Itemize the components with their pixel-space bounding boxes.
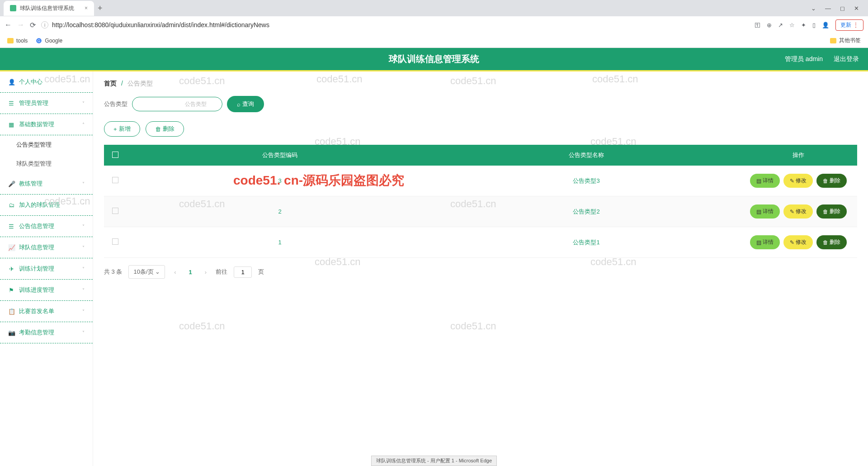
delete-button[interactable]: 🗑删除: [146, 121, 184, 137]
edit-button[interactable]: ✎修改: [783, 235, 813, 249]
table-row: 2 公告类型2 ▤详情 ✎修改 🗑删除: [104, 196, 857, 227]
forward-button[interactable]: →: [17, 21, 24, 29]
chevron-icon: ˅: [82, 101, 85, 106]
table-row: 1 公告类型1 ▤详情 ✎修改 🗑删除: [104, 227, 857, 258]
sidebar-subitem[interactable]: 球队类型管理: [0, 154, 93, 173]
svg-text:G: G: [38, 38, 40, 43]
bookmark-google[interactable]: GGoogle: [36, 38, 62, 44]
main-content: 首页 / 公告类型 公告类型 ⌕查询 +新增 🗑删除 公告类型编码公告类型名称操…: [93, 71, 868, 466]
sidebar-item[interactable]: 📋比赛首发名单˅: [0, 301, 93, 322]
star-icon[interactable]: ☆: [789, 22, 795, 29]
goto-input[interactable]: [234, 266, 252, 278]
table-header: 公告类型编码: [127, 145, 433, 166]
maximize-icon[interactable]: ◻: [840, 5, 845, 12]
share-icon[interactable]: ↗: [778, 22, 783, 29]
cell-name: 公告类型3: [433, 166, 740, 196]
folder-icon: [830, 38, 836, 43]
chevron-icon: ˅: [82, 245, 85, 250]
pencil-icon: ✎: [790, 178, 794, 184]
chevron-icon: ˅: [82, 266, 85, 271]
detail-button[interactable]: ▤详情: [750, 174, 780, 188]
info-icon[interactable]: i: [41, 21, 48, 29]
sidebar-item[interactable]: ☰公告信息管理˅: [0, 216, 93, 237]
detail-button[interactable]: ▤详情: [750, 235, 780, 249]
sidebar-item[interactable]: 🎤教练管理˅: [0, 173, 93, 195]
menu-icon: 📷: [8, 329, 14, 336]
checkbox-all[interactable]: [112, 152, 118, 158]
menu-icon: 🎤: [8, 181, 14, 187]
row-delete-button[interactable]: 🗑删除: [816, 204, 847, 219]
bookmarks-bar: tools GGoogle 其他书签: [0, 33, 868, 48]
trash-icon: 🗑: [823, 239, 828, 246]
row-checkbox[interactable]: [112, 208, 118, 214]
sidebar-subitem[interactable]: 公告类型管理: [0, 135, 93, 154]
detail-button[interactable]: ▤详情: [750, 204, 780, 219]
row-delete-button[interactable]: 🗑删除: [816, 235, 847, 249]
minimize-icon[interactable]: —: [825, 5, 831, 12]
other-bookmarks[interactable]: 其他书签: [830, 37, 861, 44]
browser-tab[interactable]: 球队训练信息管理系统 ×: [4, 1, 94, 16]
sidebar-item[interactable]: 👤个人中心˅: [0, 71, 93, 93]
doc-icon: ▤: [756, 239, 761, 246]
row-checkbox[interactable]: [112, 177, 118, 183]
update-button[interactable]: 更新 ⋮: [835, 19, 863, 31]
breadcrumb-home[interactable]: 首页: [104, 80, 117, 87]
new-tab-button[interactable]: +: [98, 4, 103, 13]
url-field[interactable]: i http://localhost:8080/qiuduixunlianxin…: [41, 21, 749, 29]
profile-icon[interactable]: 👤: [822, 22, 829, 29]
zoom-icon[interactable]: ⊕: [767, 22, 772, 29]
sidebar-item[interactable]: ▦基础数据管理˄: [0, 114, 93, 135]
url-text: http://localhost:8080/qiuduixunlianxinxi…: [52, 21, 269, 29]
menu-icon: ⚑: [8, 287, 14, 294]
menu-icon: 📋: [8, 308, 14, 315]
cell-code: 3: [127, 166, 433, 196]
goto-label: 前往: [216, 268, 227, 276]
menu-icon: 📈: [8, 244, 14, 251]
table-row: 3 公告类型3 ▤详情 ✎修改 🗑删除: [104, 166, 857, 196]
taskbar-hint: 球队训练信息管理系统 - 用户配置 1 - Microsoft Edge: [371, 456, 497, 466]
edit-button[interactable]: ✎修改: [783, 174, 813, 188]
row-delete-button[interactable]: 🗑删除: [816, 174, 847, 188]
chevron-icon: ˅: [82, 224, 85, 229]
prev-page-button[interactable]: ‹: [171, 269, 179, 276]
menu-icon: ▦: [8, 121, 14, 128]
back-button[interactable]: ←: [5, 21, 12, 29]
search-button[interactable]: ⌕查询: [227, 96, 264, 112]
user-label[interactable]: 管理员 admin: [785, 55, 823, 63]
sidebar-item[interactable]: ⚑训练进度管理˅: [0, 280, 93, 301]
search-input[interactable]: [132, 97, 222, 111]
chevron-down-icon[interactable]: ⌄: [811, 5, 816, 12]
menu-label: 基础数据管理: [19, 120, 54, 128]
row-checkbox[interactable]: [112, 238, 118, 245]
menu-label: 训练计划管理: [19, 265, 54, 273]
page-number[interactable]: 1: [185, 269, 196, 276]
plus-icon: +: [113, 126, 117, 133]
extension-icon[interactable]: ✦: [801, 22, 806, 29]
table-header: 操作: [740, 145, 857, 166]
edit-button[interactable]: ✎修改: [783, 204, 813, 219]
sidebar-item[interactable]: 📷考勤信息管理˅: [0, 322, 93, 343]
sidebar-item[interactable]: 🗂加入的球队管理˅: [0, 195, 93, 216]
watermark: code51.cn: [450, 320, 496, 332]
add-button[interactable]: +新增: [104, 121, 140, 137]
close-window-icon[interactable]: ✕: [854, 5, 859, 12]
menu-label: 教练管理: [19, 180, 42, 188]
close-tab-icon[interactable]: ×: [85, 5, 88, 11]
bookmark-tools[interactable]: tools: [7, 38, 28, 44]
page-size-select[interactable]: 10条/页 ⌄: [128, 265, 165, 279]
sidebar-item[interactable]: ☰管理员管理˅: [0, 93, 93, 114]
sidebar-item[interactable]: ✈训练计划管理˅: [0, 258, 93, 280]
reload-button[interactable]: ⟳: [30, 21, 36, 29]
menu-label: 个人中心: [19, 78, 42, 86]
cell-name: 公告类型2: [433, 196, 740, 227]
sidebar: 👤个人中心˅☰管理员管理˅▦基础数据管理˄公告类型管理球队类型管理🎤教练管理˅🗂…: [0, 71, 93, 466]
trash-icon: 🗑: [823, 178, 828, 184]
key-icon[interactable]: ⚿: [755, 22, 760, 29]
cell-name: 公告类型1: [433, 227, 740, 258]
panel-icon[interactable]: ▯: [812, 22, 816, 29]
doc-icon: ▤: [756, 209, 761, 215]
pagination: 共 3 条 10条/页 ⌄ ‹ 1 › 前往 页: [104, 265, 857, 279]
logout-link[interactable]: 退出登录: [834, 55, 859, 63]
next-page-button[interactable]: ›: [202, 269, 209, 276]
sidebar-item[interactable]: 📈球队信息管理˅: [0, 237, 93, 258]
